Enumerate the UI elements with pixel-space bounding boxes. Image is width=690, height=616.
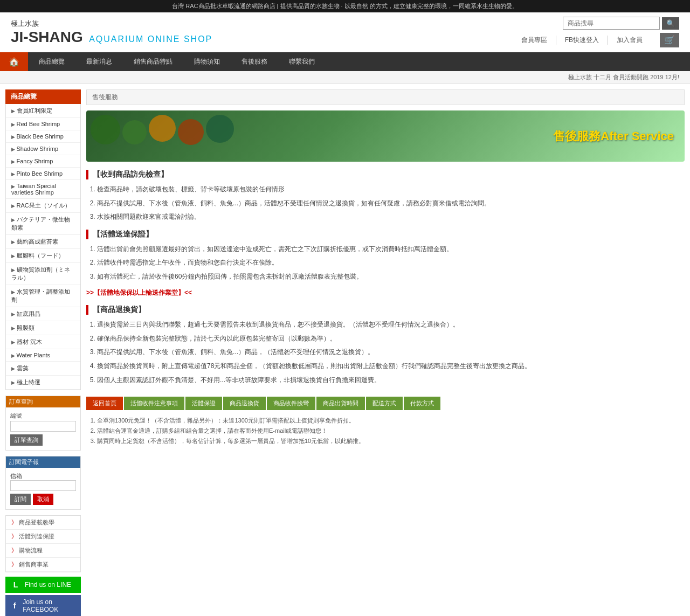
footer-notes: 全單消1300元免運！（不含活體，雜品另外）：未達1300元則訂單需搭配以上值貨…: [86, 416, 685, 446]
tab-receipt[interactable]: 商品收件臉彎: [267, 397, 315, 410]
sidebar-item-light[interactable]: 照製類: [6, 321, 80, 335]
banner-circle-3: [149, 115, 176, 142]
sidebar-item-food[interactable]: 艦腳料（フード）: [6, 249, 80, 263]
search-button[interactable]: 🔍: [662, 17, 679, 30]
footer-note-3: 購買同時上定貨恕（不含活體），每名佔計計算，每多選第一層貴品，皆增加抵10元低當…: [97, 436, 685, 446]
footer-note-1: 全單消1300元免運！（不含活體，雜品另外）：未達1300元則訂單需搭配以上值貨…: [97, 416, 685, 426]
nav-news[interactable]: 最新消息: [75, 53, 123, 71]
exchange-item-3: 商品不提供試用、下水後（管魚液、飼料、魚兔...）商品，（活體恕不受理任何情況之…: [97, 347, 685, 358]
nav-home[interactable]: 🏠: [0, 52, 28, 71]
banner-circle-4: [178, 119, 204, 145]
header-links: 會員專區 FB快速登入 加入會員 🛒: [521, 33, 679, 47]
logo-small: 極上水族: [11, 19, 212, 29]
section-alive-title: 【活體送達保證】: [86, 230, 685, 239]
after-service-banner: 售後服務After Service: [86, 110, 685, 162]
sidebar-item-red-bee[interactable]: Red Bee Shrimp: [6, 118, 80, 130]
email-input[interactable]: [10, 480, 76, 491]
sidebar-item-equipment[interactable]: 器材 沉木: [6, 335, 80, 349]
banner-title: 售後服務After Service: [553, 128, 685, 144]
sidebar-item-member-vip[interactable]: 會員紅利限定: [6, 104, 80, 118]
sub-header: 極上水族 十二月 會員活動開跑 2019 12月!: [0, 71, 690, 84]
tab-exchange[interactable]: 商品退換貨: [223, 397, 266, 410]
sidebar-item-tank[interactable]: 缸底用品: [6, 307, 80, 321]
sidebar-extra-tutorial[interactable]: 商品登載教學: [6, 516, 80, 530]
tab-delivery-time[interactable]: 商品出貨時間: [316, 397, 365, 410]
sidebar-item-rac[interactable]: RAC果土（ソイル）: [6, 199, 80, 213]
top-bar: 台灣 RAC商品批水草蝦流通的網路商店 | 提供高品質的水族生物 · 以最自然 …: [0, 0, 690, 12]
banner-circle-5: [206, 115, 234, 143]
order-label: 編號: [10, 412, 76, 420]
sidebar-title: 商品總覽: [5, 89, 81, 104]
facebook-social-button[interactable]: f Join us on FACEBOOK: [5, 595, 81, 616]
sidebar-menu: 會員紅利限定 Red Bee Shrimp Black Bee Shrimp S…: [5, 104, 81, 390]
email-subscribe-button[interactable]: 訂閱: [10, 494, 31, 505]
header: 極上水族 JI-SHANG AQUARIUM ONINE SHOP 🔍 會員專區…: [0, 12, 690, 52]
section-exchange-content: 退換貨需於三日內與我們聯繫，超過七天要需照告未收到退換貨商品，恕不接受退換貨。（…: [86, 319, 685, 386]
order-submit-button[interactable]: 訂單查詢: [10, 434, 43, 446]
facebook-icon: f: [11, 601, 18, 611]
email-sub-title: 訂閱電子報: [6, 456, 80, 468]
sidebar-item-black-bee[interactable]: Black Bee Shrimp: [6, 130, 80, 143]
tab-shipping[interactable]: 配送方式: [366, 397, 403, 410]
breadcrumb: 售後服務: [86, 89, 685, 105]
check-item-1: 檢查商品時，請勿破壞包裝、標籤、背卡等破壞原包裝的任何情形: [97, 184, 685, 196]
line-social-button[interactable]: L Find us on LINE: [5, 577, 81, 593]
sidebar-extra-shopping[interactable]: 購物流程: [6, 544, 80, 558]
exchange-item-4: 換貨商品於換貨同時，附上宣傳電超值78元和商品全個，（貨額恕換數低層商品，則扣出…: [97, 361, 685, 372]
logo-main: JI-SHANG AQUARIUM ONINE SHOP: [11, 29, 212, 46]
nav-contact[interactable]: 聯繫我們: [278, 53, 326, 71]
sidebar-item-mineral[interactable]: 礦物質添加劑（ミネラル）: [6, 263, 80, 285]
alive-item-2: 活體收件時需憑指定上午收件，而貨物和您自行決定不在俟除。: [97, 257, 685, 269]
nav-purchase[interactable]: 購物須知: [183, 53, 231, 71]
section-check-content: 檢查商品時，請勿破壞包裝、標籤、背卡等破壞原包裝的任何情形 商品不提供試用、下水…: [86, 184, 685, 223]
exchange-item-5: 因個人主觀因素認訂外觀不負清楚、不好用...等非功班故障要求，非損壞退換貨自行負…: [97, 375, 685, 386]
alive-item-1: 活體出貨前會先照顧嚴選最好的貨出，如因送達途中造成死亡，需死亡之下次訂購折抵優惠…: [97, 244, 685, 255]
sidebar-item-fancy[interactable]: Fancy Shrimp: [6, 155, 80, 168]
order-input[interactable]: [10, 421, 76, 432]
nav-sales[interactable]: 銷售商品特點: [123, 53, 183, 71]
sidebar-item-water[interactable]: 水質管理・調整添加劑: [6, 285, 80, 307]
sidebar-item-special[interactable]: 極上特選: [6, 376, 80, 390]
join-link[interactable]: 加入會員: [617, 36, 651, 45]
fb-login-link[interactable]: FB快速登入: [565, 36, 608, 45]
email-cancel-button[interactable]: 取消: [33, 494, 53, 505]
check-item-2: 商品不提供試用、下水後（管魚液、飼料、魚兔...）商品，活體恕不受理任何情況之退…: [97, 198, 685, 210]
search-box: 🔍: [563, 17, 679, 30]
member-link[interactable]: 會員專區: [521, 36, 556, 45]
header-right: 🔍 會員專區 FB快速登入 加入會員 🛒: [521, 17, 679, 47]
sidebar-item-pinto[interactable]: Pinto Bee Shrimp: [6, 168, 80, 180]
sidebar-item-bacteria[interactable]: バクテリア・微生物類素: [6, 213, 80, 235]
sidebar-item-moss[interactable]: 雲藻: [6, 362, 80, 376]
sidebar-extra-links: 商品登載教學 活體到達保證 購物流程 銷售商事業: [5, 515, 81, 572]
sidebar-item-plants[interactable]: Water Plants: [6, 349, 80, 362]
tab-alive-guarantee[interactable]: 活體保證: [185, 397, 222, 410]
tab-alive-notice[interactable]: 活體收件注意事項: [124, 397, 184, 410]
content-area: 售後服務 售後服務After Service 【收到商品訪先檢查】 檢查商品時，…: [86, 89, 685, 616]
email-sub-box: 訂閱電子報 信箱 訂閱 取消: [5, 456, 81, 510]
sidebar-item-taiwan[interactable]: Taiwan Special varieties Shrimp: [6, 180, 80, 199]
section-exchange-title: 【商品退換貨】: [86, 305, 685, 315]
alive-extra-link[interactable]: >>【活體地保保以上輸送作業堂】<<: [86, 289, 192, 296]
logo: 極上水族 JI-SHANG AQUARIUM ONINE SHOP: [11, 19, 212, 46]
nav-products[interactable]: 商品總覽: [28, 53, 75, 71]
search-input[interactable]: [563, 17, 660, 30]
email-label: 信箱: [10, 473, 22, 479]
cart-icon[interactable]: 🛒: [660, 33, 679, 47]
alive-item-3: 如有活體死亡，請於收件後60分鐘內拍照回傳，拍照需包含未拆封的原廠活體腹表完整包…: [97, 271, 685, 283]
sidebar-extra-alive-guarantee[interactable]: 活體到達保證: [6, 530, 80, 544]
line-icon: L: [11, 580, 20, 590]
tab-home[interactable]: 返回首頁: [86, 397, 123, 410]
main-nav: 🏠 商品總覽 最新消息 銷售商品特點 購物須知 售後服務 聯繫我們: [0, 52, 690, 71]
tab-payment[interactable]: 付款方式: [404, 397, 440, 410]
main-layout: 商品總覽 會員紅利限定 Red Bee Shrimp Black Bee Shr…: [0, 84, 690, 616]
check-item-3: 水族相關問題歡迎來官戒電洽討論。: [97, 211, 685, 223]
section-check-title: 【收到商品訪先檢查】: [86, 170, 685, 179]
order-lookup-box: 訂單查詢 編號 訂單查詢: [5, 396, 81, 451]
sidebar-item-shadow[interactable]: Shadow Shrimp: [6, 143, 80, 155]
sidebar-item-algae[interactable]: 藝約高成藍苔素: [6, 235, 80, 249]
banner-circle-1: [91, 115, 120, 144]
banner-decoration: [86, 110, 445, 162]
nav-aftersale[interactable]: 售後服務: [231, 53, 278, 71]
section-alive-content: 活體出貨前會先照顧嚴選最好的貨出，如因送達途中造成死亡，需死亡之下次訂購折抵優惠…: [86, 244, 685, 299]
sidebar-extra-sales[interactable]: 銷售商事業: [6, 558, 80, 572]
